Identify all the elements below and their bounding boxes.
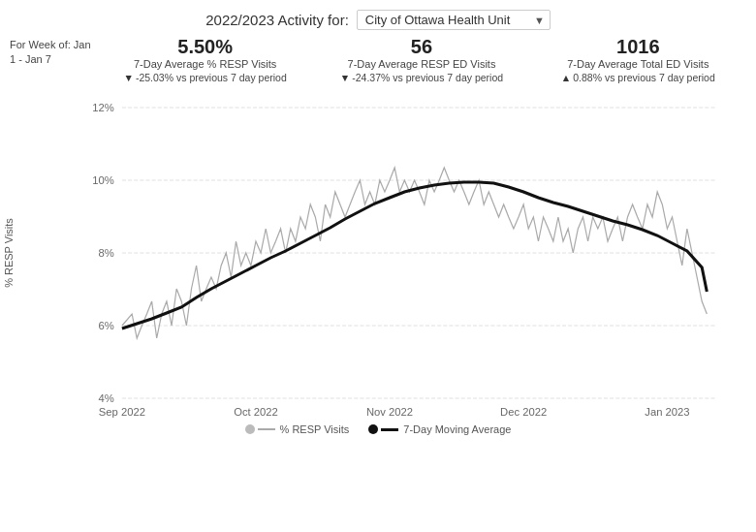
- week-label: For Week of: Jan 1 - Jan 7: [10, 36, 97, 83]
- svg-text:8%: 8%: [98, 247, 113, 259]
- stat-label-resp-ed: 7-Day Average RESP ED Visits: [313, 58, 529, 70]
- legend-item-moving-avg: 7-Day Moving Average: [368, 423, 511, 435]
- stat-change-resp-ed: ▼ -24.37% vs previous 7 day period: [313, 72, 529, 83]
- legend-line-thick: [381, 428, 398, 431]
- stat-value-total-ed: 1016: [530, 36, 746, 58]
- stat-resp-visits-pct: 5.50% 7-Day Average % RESP Visits ▼ -25.…: [97, 36, 313, 83]
- svg-text:10%: 10%: [92, 174, 114, 186]
- legend-item-resp-visits: % RESP Visits: [245, 423, 350, 435]
- legend-dot-thick: [368, 424, 378, 434]
- stat-value-resp-pct: 5.50%: [97, 36, 313, 58]
- health-unit-dropdown[interactable]: City of Ottawa Health Unit: [357, 10, 551, 30]
- page: 2022/2023 Activity for: City of Ottawa H…: [0, 0, 756, 532]
- header: 2022/2023 Activity for: City of Ottawa H…: [10, 10, 746, 30]
- arrow-down-icon-2: ▼: [340, 72, 350, 83]
- arrow-up-icon: ▲: [561, 72, 571, 83]
- legend: % RESP Visits 7-Day Moving Average: [10, 423, 746, 435]
- stat-label-total-ed: 7-Day Average Total ED Visits: [530, 58, 746, 70]
- legend-label-resp-visits: % RESP Visits: [280, 423, 350, 435]
- chart-container: 4% 6% 8% 10% 12% Sep 2022 Oct 2022 Nov 2…: [82, 88, 737, 418]
- chart-area: % RESP Visits 4% 6% 8% 10% 12%: [24, 88, 746, 418]
- svg-text:6%: 6%: [98, 320, 113, 331]
- stats-area: For Week of: Jan 1 - Jan 7 5.50% 7-Day A…: [10, 36, 746, 83]
- health-unit-dropdown-wrapper[interactable]: City of Ottawa Health Unit ▼: [357, 10, 551, 30]
- svg-text:4%: 4%: [98, 392, 113, 404]
- stat-change-resp-pct: ▼ -25.03% vs previous 7 day period: [97, 72, 313, 83]
- y-axis-label: % RESP Visits: [3, 218, 15, 288]
- svg-text:12%: 12%: [92, 102, 114, 113]
- stat-label-resp-pct: 7-Day Average % RESP Visits: [97, 58, 313, 70]
- arrow-down-icon: ▼: [124, 72, 134, 83]
- stat-value-resp-ed: 56: [313, 36, 529, 58]
- stat-total-ed-visits: 1016 7-Day Average Total ED Visits ▲ 0.8…: [530, 36, 746, 83]
- chart-svg: 4% 6% 8% 10% 12% Sep 2022 Oct 2022 Nov 2…: [82, 88, 737, 418]
- legend-dot-thin: [245, 424, 255, 434]
- svg-text:Oct 2022: Oct 2022: [234, 406, 278, 418]
- svg-text:Sep 2022: Sep 2022: [99, 406, 145, 418]
- svg-text:Nov 2022: Nov 2022: [366, 406, 413, 418]
- stat-resp-ed-visits: 56 7-Day Average RESP ED Visits ▼ -24.37…: [313, 36, 529, 83]
- moving-average-line: [122, 182, 707, 329]
- svg-text:Dec 2022: Dec 2022: [500, 406, 547, 418]
- stat-change-total-ed: ▲ 0.88% vs previous 7 day period: [530, 72, 746, 83]
- svg-text:Jan 2023: Jan 2023: [645, 406, 689, 418]
- page-title: 2022/2023 Activity for:: [205, 12, 349, 28]
- stats-row: 5.50% 7-Day Average % RESP Visits ▼ -25.…: [97, 36, 746, 83]
- legend-label-moving-avg: 7-Day Moving Average: [403, 423, 511, 435]
- legend-line-thin: [258, 428, 275, 430]
